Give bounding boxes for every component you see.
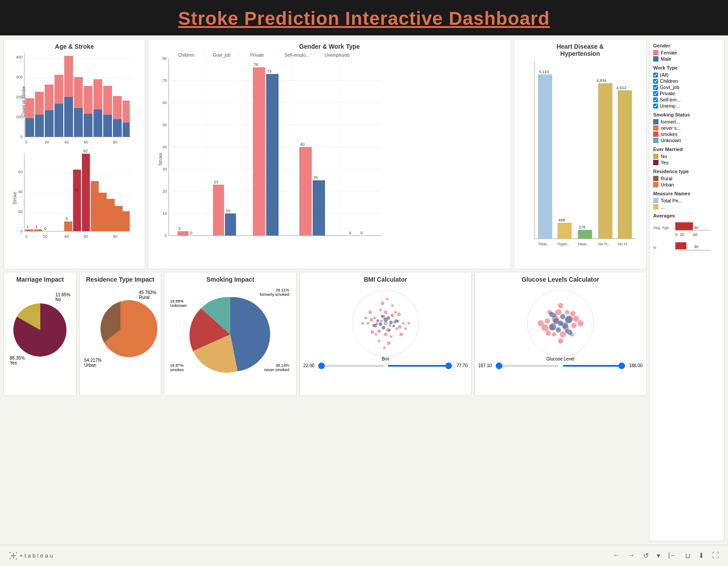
svg-rect-26 <box>64 97 73 137</box>
svg-point-143 <box>391 314 394 317</box>
worktype-section: Work Type (All) Children Govt_job Privat… <box>653 65 720 109</box>
svg-rect-99 <box>266 74 279 236</box>
tableau-icon <box>9 551 18 560</box>
checkbox-all[interactable]: (All) <box>653 72 720 78</box>
svg-rect-25 <box>54 104 63 137</box>
checkbox-children[interactable]: Children <box>653 78 720 84</box>
svg-point-174 <box>376 319 379 322</box>
legend-urban: Urban <box>653 182 720 187</box>
glucose-panel: Glucose Levels Calculator <box>474 272 647 396</box>
home-icon[interactable]: |← <box>668 551 677 560</box>
bmi-slider[interactable] <box>318 365 383 367</box>
male-label: Male <box>661 56 671 62</box>
svg-point-133 <box>389 324 391 327</box>
checkbox-selfemployed[interactable]: Self-em... <box>653 97 720 102</box>
svg-rect-49 <box>34 229 42 231</box>
legend-no: No <box>653 154 720 159</box>
svg-rect-47 <box>25 229 33 231</box>
svg-point-149 <box>398 325 402 329</box>
fullscreen-icon[interactable]: ⛶ <box>712 551 719 560</box>
gender-worktype-chart: 0 10 20 30 40 50 60 70 80 <box>169 58 381 253</box>
yes-swatch <box>653 160 658 165</box>
svg-point-177 <box>373 324 377 327</box>
svg-point-193 <box>558 303 563 308</box>
svg-rect-225 <box>10 552 11 553</box>
svg-rect-103 <box>313 180 325 236</box>
svg-text:Hear..: Hear.. <box>578 242 589 246</box>
svg-text:Hype..: Hype.. <box>558 242 569 246</box>
svg-point-139 <box>384 333 387 336</box>
svg-point-157 <box>404 327 407 330</box>
svg-rect-61 <box>91 181 99 231</box>
svg-text:73: 73 <box>267 69 271 74</box>
svg-text:60: 60 <box>84 234 88 239</box>
unknown-swatch <box>653 138 658 143</box>
legend-formerly: formerl... <box>653 119 720 124</box>
checkbox-private-input[interactable] <box>653 91 658 96</box>
svg-text:10: 10 <box>226 209 230 213</box>
gender-section: Gender Female Male <box>653 43 720 62</box>
unknown-label: 18.88%Unknown <box>170 299 187 308</box>
legend-smokes: smokes <box>653 132 720 137</box>
checkbox-unemployed-input[interactable] <box>653 104 658 109</box>
checkbox-unemployed[interactable]: Unemp... <box>653 103 720 109</box>
svg-rect-123 <box>618 90 632 239</box>
download-icon[interactable]: ⬇ <box>698 551 704 560</box>
marriage-panel: Marriage Impact 11.65% <box>4 272 77 396</box>
svg-text:31: 31 <box>74 188 79 192</box>
count-stroke-label: Count of Stroke <box>21 86 26 116</box>
checkbox-selfemployed-input[interactable] <box>653 97 658 102</box>
refresh-icon[interactable]: ↺ <box>643 551 649 560</box>
svg-rect-62 <box>99 193 107 231</box>
svg-rect-53 <box>64 221 72 231</box>
svg-point-188 <box>571 323 577 328</box>
male-swatch <box>653 56 658 62</box>
back-icon[interactable]: ← <box>613 551 620 560</box>
glucose-slider-min[interactable] <box>496 365 559 367</box>
residence-panel: Residence Type Impact 45.783% Rural <box>79 272 161 396</box>
svg-point-150 <box>375 333 377 336</box>
col-unemployed: Unemployed <box>319 53 355 58</box>
svg-text:40: 40 <box>64 234 69 239</box>
formerly-label: 28.11%formerly smoked <box>259 288 289 297</box>
never-swatch <box>653 125 658 131</box>
checkbox-children-input[interactable] <box>653 79 658 84</box>
smokes-swatch <box>653 132 658 137</box>
svg-point-203 <box>562 322 568 329</box>
svg-text:40: 40 <box>300 142 305 147</box>
svg-point-210 <box>567 330 572 335</box>
share-icon[interactable]: ⊔ <box>685 551 690 560</box>
svg-text:Avg. Age: Avg. Age <box>653 225 669 230</box>
dropdown-icon[interactable]: ▾ <box>657 551 660 560</box>
never-label: 36.14%never smoked <box>264 363 289 372</box>
glucose-bubble-chart <box>516 283 605 363</box>
footer-controls[interactable]: ← → ↺ ▾ |← ⊔ ⬇ ⛶ <box>613 551 719 560</box>
heart-disease-title: Heart Disease &Hypertension <box>518 43 643 57</box>
svg-point-147 <box>390 335 392 338</box>
glucose-slider-max[interactable] <box>562 365 626 367</box>
married-section: Ever Married No Yes <box>653 147 720 165</box>
svg-point-169 <box>379 322 382 326</box>
averages-chart: Avg. Age 40 0 20 40 ni 30 <box>653 220 715 273</box>
legend-measure2: ... <box>653 204 720 209</box>
svg-rect-27 <box>74 108 83 137</box>
svg-point-172 <box>387 316 390 320</box>
svg-text:0: 0 <box>190 231 192 235</box>
svg-text:20: 20 <box>680 233 684 237</box>
forward-icon[interactable]: → <box>628 551 635 560</box>
age-histogram-bottom: 0 20 40 60 1 <box>24 154 131 240</box>
checkbox-private[interactable]: Private <box>653 91 720 96</box>
legend-total-people: Total Pe... <box>653 198 720 203</box>
svg-point-140 <box>373 317 376 319</box>
svg-text:1: 1 <box>35 225 38 229</box>
svg-point-164 <box>368 310 372 314</box>
svg-rect-89 <box>178 231 189 236</box>
checkbox-govtjob[interactable]: Govt_job <box>653 85 720 90</box>
svg-point-202 <box>553 318 559 324</box>
checkbox-all-input[interactable] <box>653 73 658 78</box>
glucose-title: Glucose Levels Calculator <box>478 276 643 283</box>
sidebar: Gender Female Male Work Type (All) Child… <box>649 39 724 541</box>
age-stroke-panel: Age & Stroke Count of Stroke 0 100 <box>4 39 145 269</box>
bmi-slider-max[interactable] <box>387 365 453 367</box>
checkbox-govtjob-input[interactable] <box>653 85 658 90</box>
